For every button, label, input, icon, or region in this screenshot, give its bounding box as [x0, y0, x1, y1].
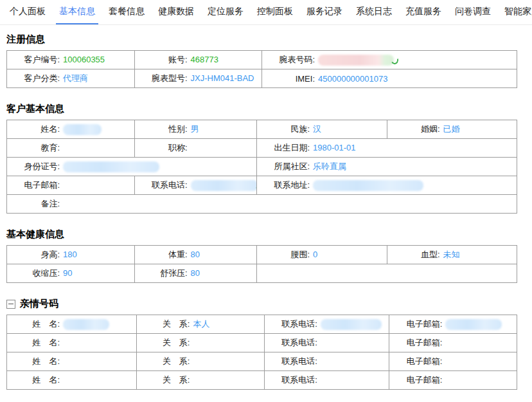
field-label: 腕表号码: — [265, 54, 315, 66]
field-label: 联系电话: — [267, 374, 317, 386]
field-family-email: 电子邮箱: — [389, 371, 517, 390]
field-community: 所属社区:乐聆直属 — [257, 158, 517, 176]
field-value: 100060355 — [63, 55, 105, 64]
field-ethnicity: 民族:汉 — [257, 120, 387, 139]
field-label: 备注: — [10, 198, 60, 210]
table-row: 姓 名: 关 系:本人 联系电话: 电子邮箱: — [7, 315, 517, 334]
field-gender: 性别:男 — [134, 120, 257, 139]
field-birth-date: 出生日期:1980-01-01 — [257, 139, 517, 158]
field-watch-model: 腕表型号:JXJ-HM041-BAD — [134, 69, 262, 88]
table-row: 姓名: 性别:男 民族:汉 婚姻:已婚 — [7, 120, 517, 139]
section-title-basic-info: 客户基本信息 — [6, 103, 532, 115]
field-account: 账号:468773 — [134, 51, 262, 69]
field-label: 腰围: — [260, 249, 310, 260]
field-watch-number: 腕表号码: — [262, 51, 517, 69]
tab-location-service[interactable]: 定位服务 — [204, 6, 247, 24]
field-label: 关 系: — [139, 337, 190, 349]
field-phone: 联系电话: — [134, 176, 257, 195]
health-info-table: 身高:180 体重:80 腰围:0 血型:未知 收缩压:90 舒张压:80 — [6, 245, 517, 283]
redacted-watch-number — [318, 55, 394, 66]
field-label: 联系电话: — [137, 179, 188, 191]
tab-control-panel[interactable]: 控制面板 — [254, 6, 296, 24]
tab-package-info[interactable]: 套餐信息 — [105, 6, 148, 24]
field-value: 汉 — [313, 124, 321, 134]
table-row: 身高:180 体重:80 腰围:0 血型:未知 — [7, 246, 517, 264]
tab-service-records[interactable]: 服务记录 — [303, 6, 346, 24]
field-label: 民族: — [260, 123, 310, 135]
field-customer-category: 客户分类:代理商 — [7, 69, 135, 88]
field-marriage: 婚姻:已婚 — [387, 120, 517, 139]
field-label: 职称: — [137, 142, 188, 154]
field-label: 联系电话: — [267, 318, 317, 330]
field-value: 90 — [63, 268, 72, 278]
table-row: 客户分类:代理商 腕表型号:JXJ-HM041-BAD IMEI:4500000… — [7, 69, 517, 88]
table-row: 姓 名: 关 系: 联系电话: 电子邮箱: — [7, 352, 517, 371]
field-label: 姓名: — [10, 123, 60, 135]
field-value: JXJ-HM041-BAD — [191, 73, 254, 83]
field-value: 80 — [191, 250, 200, 259]
field-value: 男 — [191, 124, 199, 134]
field-family-email: 电子邮箱: — [389, 334, 517, 352]
field-label: 出生日期: — [260, 142, 310, 154]
field-label: 电子邮箱: — [392, 356, 442, 367]
field-label: 姓 名: — [10, 374, 60, 386]
field-value: 代理商 — [63, 73, 88, 83]
redacted-family-name — [63, 319, 109, 330]
field-label: 婚姻: — [390, 123, 440, 135]
field-label: 性别: — [137, 123, 188, 135]
field-value: 180 — [63, 250, 77, 259]
field-label: 联系电话: — [267, 356, 317, 367]
field-value: 乐聆直属 — [313, 161, 346, 171]
field-family-name: 姓 名: — [7, 352, 137, 371]
field-systolic: 收缩压:90 — [7, 264, 135, 283]
field-waist: 腰围:0 — [257, 246, 387, 264]
section-title-registration: 注册信息 — [6, 33, 532, 46]
tab-smart-home[interactable]: 智能家居 — [501, 6, 532, 24]
field-label: 电子邮箱: — [10, 179, 60, 191]
tab-basic-info[interactable]: 基本信息 — [56, 6, 98, 24]
field-label: 客户分类: — [10, 73, 60, 84]
field-email: 电子邮箱: — [7, 176, 135, 195]
field-remark: 备注: — [7, 195, 517, 214]
field-label: 电子邮箱: — [392, 374, 442, 386]
field-family-phone: 联系电话: — [264, 334, 389, 352]
field-label: 联系地址: — [260, 179, 310, 191]
field-address: 联系地址: — [257, 176, 517, 195]
basic-info-table: 姓名: 性别:男 民族:汉 婚姻:已婚 教育: 职称: 出生日期:1980-01… — [6, 120, 517, 214]
collapse-toggle-icon[interactable] — [6, 300, 15, 309]
redacted-address — [313, 180, 423, 191]
field-label: 舒张压: — [137, 268, 188, 279]
field-label: 关 系: — [139, 356, 190, 367]
field-label: 电子邮箱: — [392, 318, 442, 330]
field-label: IMEI: — [265, 74, 315, 84]
tab-personal-panel[interactable]: 个人面板 — [6, 6, 49, 24]
tab-health-data[interactable]: 健康数据 — [155, 6, 197, 24]
table-row: 电子邮箱: 联系电话: 联系地址: — [7, 176, 517, 195]
field-height: 身高:180 — [7, 246, 135, 264]
field-family-phone: 联系电话: — [264, 352, 389, 371]
field-name: 姓名: — [7, 120, 135, 139]
field-value: 80 — [191, 268, 200, 278]
field-weight: 体重:80 — [134, 246, 257, 264]
field-family-relation: 关 系: — [137, 371, 265, 390]
tab-recharge-service[interactable]: 充值服务 — [402, 6, 445, 24]
field-value: 未知 — [443, 250, 460, 259]
field-label: 联系电话: — [267, 337, 317, 349]
table-row: 姓 名: 关 系: 联系电话: 电子邮箱: — [7, 371, 517, 390]
field-label: 腕表型号: — [137, 73, 188, 84]
tab-system-log[interactable]: 系统日志 — [353, 6, 395, 24]
redacted-id-number — [63, 161, 159, 172]
field-family-email: 电子邮箱: — [389, 315, 517, 334]
field-value: 0 — [313, 250, 317, 259]
field-family-relation: 关 系: — [137, 352, 265, 371]
field-family-relation: 关 系:本人 — [137, 315, 265, 334]
field-value: 本人 — [193, 319, 209, 329]
field-family-phone: 联系电话: — [264, 371, 389, 390]
registration-table: 客户编号:100060355 账号:468773 腕表号码: 客户分类:代理商 … — [6, 50, 517, 88]
field-diastolic: 舒张压:80 — [134, 264, 257, 283]
field-customer-no: 客户编号:100060355 — [7, 51, 135, 69]
table-row: 身份证号: 所属社区:乐聆直属 — [7, 158, 517, 176]
field-label: 体重: — [137, 249, 188, 260]
field-family-relation: 关 系: — [137, 334, 265, 352]
tab-questionnaire[interactable]: 问卷调查 — [452, 6, 494, 24]
